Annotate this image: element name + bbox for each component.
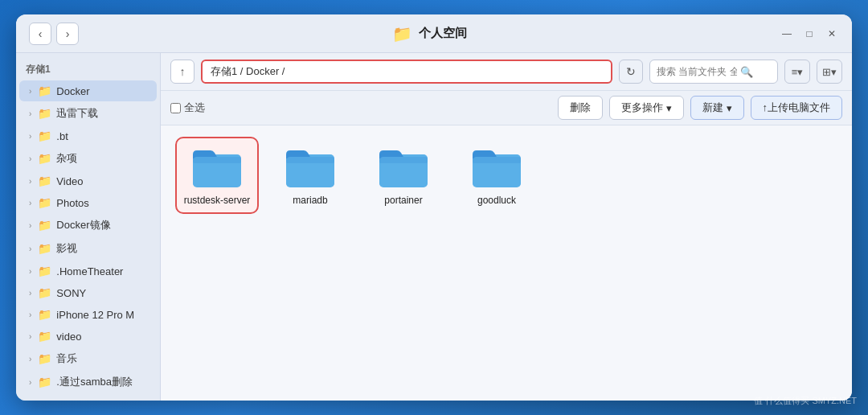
svg-rect-2 xyxy=(193,157,241,163)
nav-back-button[interactable]: ‹ xyxy=(29,23,51,45)
new-button[interactable]: 新建 ▾ xyxy=(690,96,744,120)
folder-icon: 📁 xyxy=(38,376,51,388)
search-input[interactable] xyxy=(657,66,737,77)
upload-button[interactable]: ↑上传电脑文件 xyxy=(751,96,843,120)
sidebar-items: › 📁 Docker › 📁 迅雷下载 › 📁 .bt › 📁 杂项 › 📁 V… xyxy=(16,80,160,393)
sidebar-item-label: SONY xyxy=(56,287,86,299)
main-window: ‹ › 📁 个人空间 — □ ✕ 存储1 › 📁 Docker › 📁 迅雷下载… xyxy=(16,14,852,401)
folder-icon: 📁 xyxy=(38,242,51,255)
sidebar-item-dockerimg[interactable]: › 📁 Docker镜像 xyxy=(19,214,157,236)
window-icon: 📁 xyxy=(392,24,412,43)
sidebar-item-label: .HomeTheater xyxy=(56,265,123,277)
filter-button[interactable]: ≡▾ xyxy=(784,60,810,84)
expand-arrow-icon: › xyxy=(29,154,31,163)
minimize-button[interactable]: — xyxy=(780,27,794,41)
folder-image xyxy=(191,145,243,188)
sidebar-section-label: 存储1 xyxy=(16,60,160,80)
folder-icon: 📁 xyxy=(38,107,51,120)
path-text: 存储1 / Docker / xyxy=(211,64,285,79)
expand-arrow-icon: › xyxy=(29,355,31,364)
search-bar[interactable]: 🔍 xyxy=(649,60,778,84)
svg-rect-5 xyxy=(286,157,334,163)
expand-arrow-icon: › xyxy=(29,378,31,387)
expand-arrow-icon: › xyxy=(29,177,31,186)
window-title: 个人空间 xyxy=(419,26,467,41)
sidebar-item-thunder[interactable]: › 📁 迅雷下载 xyxy=(19,102,157,125)
sidebar-item-label: iPhone 12 Pro M xyxy=(56,309,134,321)
sidebar-item-video[interactable]: › 📁 Video xyxy=(19,171,157,191)
folder-icon: 📁 xyxy=(38,152,51,165)
select-all-input[interactable] xyxy=(170,103,181,113)
file-name-label: portainer xyxy=(384,195,422,206)
sidebar-item-movies[interactable]: › 📁 影视 xyxy=(19,237,157,260)
nav-forward-button[interactable]: › xyxy=(56,23,79,45)
file-item-portainer[interactable]: portainer xyxy=(363,138,444,212)
up-button[interactable]: ↑ xyxy=(170,60,194,84)
sidebar-item-music[interactable]: › 📁 音乐 xyxy=(19,347,157,370)
chevron-down-icon: ▾ xyxy=(666,102,672,114)
select-all-checkbox[interactable]: 全选 xyxy=(170,101,205,115)
sidebar-item-label: Photos xyxy=(56,197,88,209)
folder-icon: 📁 xyxy=(38,286,51,299)
folder-icon: 📁 xyxy=(38,196,51,209)
sidebar-item-video2[interactable]: › 📁 video xyxy=(19,326,157,347)
folder-image xyxy=(285,145,336,188)
folder-icon: 📁 xyxy=(38,129,51,142)
sidebar-item-bt[interactable]: › 📁 .bt xyxy=(19,125,157,146)
file-name-label: mariadb xyxy=(293,195,327,206)
sidebar-item-label: 音乐 xyxy=(56,351,77,366)
new-chevron-icon: ▾ xyxy=(727,102,732,114)
file-grid: rustdesk-server mariadb portainer goodlu… xyxy=(161,125,852,401)
sidebar-item-label: 杂项 xyxy=(56,151,77,166)
sidebar-item-label: Docker xyxy=(56,85,89,97)
folder-image xyxy=(471,145,522,188)
folder-icon: 📁 xyxy=(38,308,51,321)
file-item-goodluck[interactable]: goodluck xyxy=(457,138,537,212)
expand-arrow-icon: › xyxy=(29,87,31,96)
file-name-label: rustdesk-server xyxy=(184,195,251,206)
maximize-button[interactable]: □ xyxy=(802,27,817,41)
select-all-label: 全选 xyxy=(184,101,205,115)
view-toggle-button[interactable]: ⊞▾ xyxy=(817,60,842,84)
expand-arrow-icon: › xyxy=(29,310,31,319)
toolbar: ↑ 存储1 / Docker / ↻ 🔍 ≡▾ ⊞▾ xyxy=(161,53,852,91)
sidebar-item-hometheater[interactable]: › 📁 .HomeTheater xyxy=(19,261,157,281)
refresh-button[interactable]: ↻ xyxy=(619,60,643,84)
search-icon: 🔍 xyxy=(740,66,753,78)
expand-arrow-icon: › xyxy=(29,109,31,118)
main-content: 存储1 › 📁 Docker › 📁 迅雷下载 › 📁 .bt › 📁 杂项 ›… xyxy=(16,53,852,401)
sidebar-item-docker[interactable]: › 📁 Docker xyxy=(19,80,157,101)
sidebar-item-label: Docker镜像 xyxy=(56,218,110,232)
folder-image xyxy=(378,145,429,188)
file-name-label: goodluck xyxy=(477,195,516,206)
sidebar-item-misc[interactable]: › 📁 杂项 xyxy=(19,147,157,170)
svg-rect-8 xyxy=(379,157,428,163)
sidebar: 存储1 › 📁 Docker › 📁 迅雷下载 › 📁 .bt › 📁 杂项 ›… xyxy=(16,53,161,401)
sidebar-item-photos[interactable]: › 📁 Photos xyxy=(19,192,157,213)
sidebar-item-label: .通过samba删除 xyxy=(56,375,133,389)
sidebar-item-label: 影视 xyxy=(56,241,77,256)
file-item-rustdesk[interactable]: rustdesk-server xyxy=(177,138,257,212)
new-label: 新建 xyxy=(702,101,723,115)
expand-arrow-icon: › xyxy=(29,221,31,230)
folder-icon: 📁 xyxy=(38,219,51,232)
expand-arrow-icon: › xyxy=(29,199,31,208)
expand-arrow-icon: › xyxy=(29,267,31,276)
expand-arrow-icon: › xyxy=(29,244,31,253)
sidebar-item-label: .bt xyxy=(56,130,68,142)
nav-buttons: ‹ › xyxy=(29,23,79,45)
close-button[interactable]: ✕ xyxy=(825,27,839,41)
sidebar-item-samba[interactable]: › 📁 .通过samba删除 xyxy=(19,371,157,393)
delete-button[interactable]: 删除 xyxy=(558,96,603,120)
svg-rect-11 xyxy=(473,157,521,163)
sidebar-item-iphone[interactable]: › 📁 iPhone 12 Pro M xyxy=(19,304,157,325)
right-panel: ↑ 存储1 / Docker / ↻ 🔍 ≡▾ ⊞▾ 全选 xyxy=(161,53,852,401)
title-bar: ‹ › 📁 个人空间 — □ ✕ xyxy=(16,14,852,53)
action-bar: 全选 删除 更多操作 ▾ 新建 ▾ ↑上传电脑文件 xyxy=(161,91,852,125)
expand-arrow-icon: › xyxy=(29,332,31,341)
window-controls: — □ ✕ xyxy=(780,27,839,41)
sidebar-item-sony[interactable]: › 📁 SONY xyxy=(19,282,157,303)
more-actions-button[interactable]: 更多操作 ▾ xyxy=(609,96,684,120)
path-bar[interactable]: 存储1 / Docker / xyxy=(201,60,612,84)
file-item-mariadb[interactable]: mariadb xyxy=(270,138,350,212)
